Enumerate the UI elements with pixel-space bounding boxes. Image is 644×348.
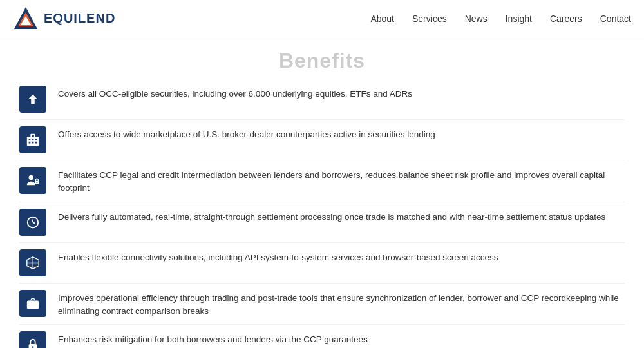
svg-rect-7 <box>29 142 31 144</box>
benefit-icon-6 <box>19 290 46 317</box>
benefit-icon-1 <box>19 86 46 113</box>
logo-icon <box>13 6 39 32</box>
svg-rect-8 <box>32 142 34 144</box>
benefit-icon-4 <box>19 209 46 236</box>
svg-rect-6 <box>35 139 37 140</box>
benefit-text-1: Covers all OCC-eligible securities, incl… <box>58 86 412 101</box>
logo-area: EQUILEND <box>13 6 115 32</box>
page-title-section: Benefits <box>0 37 644 79</box>
nav-contact[interactable]: Contact <box>600 14 631 24</box>
svg-point-26 <box>36 302 37 303</box>
nav-careers[interactable]: Careers <box>550 14 582 24</box>
benefit-text-7: Enhances risk mitigation for both borrow… <box>58 331 368 346</box>
nav-insight[interactable]: Insight <box>506 14 532 24</box>
benefit-item-3: Facilitates CCP legal and credit interme… <box>19 160 625 202</box>
benefit-item-2: Offers access to wide marketplace of U.S… <box>19 120 625 160</box>
benefit-text-6: Improves operational efficiency through … <box>58 290 625 318</box>
building-icon <box>26 133 40 147</box>
benefit-icon-2 <box>19 126 46 153</box>
camera-icon <box>26 296 40 311</box>
page-title: Benefits <box>0 49 644 73</box>
nav-news[interactable]: News <box>465 14 488 24</box>
connectivity-icon <box>26 256 40 270</box>
benefit-text-5: Enables flexible connectivity solutions,… <box>58 249 498 264</box>
benefit-text-4: Delivers fully automated, real-time, str… <box>58 209 605 224</box>
benefit-item-7: Enhances risk mitigation for both borrow… <box>19 325 625 348</box>
svg-line-17 <box>33 222 35 224</box>
site-header: EQUILEND About Services News Insight Car… <box>0 0 644 37</box>
benefit-text-2: Offers access to wide marketplace of U.S… <box>58 126 435 141</box>
svg-point-12 <box>29 175 33 180</box>
lock-icon <box>26 338 40 348</box>
svg-rect-5 <box>32 139 34 140</box>
benefit-icon-5 <box>19 249 46 276</box>
logo-text: EQUILEND <box>44 11 115 26</box>
person-lock-icon <box>26 173 40 188</box>
svg-point-14 <box>37 182 38 183</box>
arrow-up-icon <box>26 92 40 106</box>
benefit-text-3: Facilitates CCP legal and credit interme… <box>58 167 625 195</box>
main-nav: About Services News Insight Careers Cont… <box>370 14 631 24</box>
benefit-icon-7 <box>19 331 46 348</box>
svg-rect-11 <box>32 135 34 137</box>
benefit-item-5: Enables flexible connectivity solutions,… <box>19 243 625 284</box>
benefit-item-1: Covers all OCC-eligible securities, incl… <box>19 79 625 120</box>
benefit-icon-3 <box>19 167 46 194</box>
svg-rect-9 <box>35 142 37 144</box>
svg-rect-3 <box>27 137 39 146</box>
benefit-item-6: Improves operational efficiency through … <box>19 284 625 325</box>
clock-icon <box>26 215 40 229</box>
nav-about[interactable]: About <box>370 14 394 24</box>
svg-rect-4 <box>29 139 31 140</box>
benefit-item-4: Delivers fully automated, real-time, str… <box>19 202 625 243</box>
svg-point-25 <box>32 304 34 306</box>
benefits-list: Covers all OCC-eligible securities, incl… <box>0 79 644 348</box>
nav-services[interactable]: Services <box>412 14 447 24</box>
